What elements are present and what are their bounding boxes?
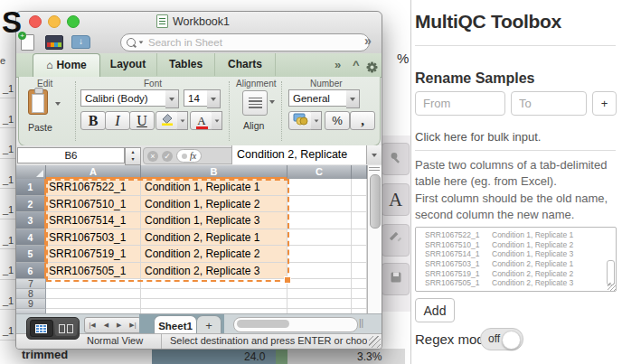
toolbox-tab-highlight[interactable]	[382, 143, 410, 175]
name-box-stepper[interactable]: ▴ ▾	[125, 147, 141, 165]
tab-home[interactable]: ⌂Home	[33, 53, 100, 77]
sheet-tab-sheet1[interactable]: Sheet1	[154, 315, 197, 335]
font-family-select[interactable]: Calibri (Body)	[80, 89, 174, 107]
cell-d3[interactable]	[352, 212, 367, 229]
search-field[interactable]	[120, 33, 370, 51]
cell-c7[interactable]	[287, 279, 352, 289]
last-sheet-icon[interactable]: ▶|	[129, 322, 136, 329]
close-window-button[interactable]	[29, 15, 42, 28]
cell-d8[interactable]	[352, 289, 367, 299]
select-all-corner[interactable]	[16, 165, 46, 179]
font-color-button[interactable]: A	[190, 111, 213, 130]
cell-a5[interactable]: SRR1067519_1	[46, 246, 141, 263]
cell-d6[interactable]	[352, 263, 367, 280]
split-handle[interactable]	[369, 167, 380, 172]
currency-dropdown[interactable]	[311, 111, 322, 130]
cell-b5[interactable]: Condition 2, Replicate 2	[141, 246, 287, 263]
rename-to-input[interactable]	[511, 91, 587, 116]
cell-a7[interactable]	[46, 279, 141, 289]
cell-b2[interactable]: Condition 1, Replicate 2	[141, 196, 287, 213]
number-format-dropdown[interactable]	[346, 89, 360, 108]
cell-a2[interactable]: SRR1067510_1	[46, 196, 141, 213]
zoom-window-button[interactable]	[67, 15, 80, 28]
add-sheet-tab[interactable]: +	[196, 315, 221, 335]
cell-a1[interactable]: SRR1067522_1	[46, 179, 141, 196]
underline-button[interactable]: U	[129, 111, 155, 130]
prev-sheet-icon[interactable]: ◀	[104, 322, 108, 329]
italic-button[interactable]: I	[105, 111, 130, 130]
bold-button[interactable]: B	[80, 111, 106, 130]
cell-d9[interactable]	[352, 299, 367, 309]
window-resize-grip[interactable]	[369, 336, 381, 348]
fill-color-dropdown[interactable]	[177, 111, 188, 130]
cell-d5[interactable]	[352, 246, 367, 263]
next-sheet-icon[interactable]: ▶	[117, 322, 121, 329]
minimize-window-button[interactable]	[48, 15, 61, 28]
cell-b7[interactable]	[141, 279, 287, 289]
toolbox-tab-save[interactable]	[382, 263, 410, 295]
cell-a3[interactable]: SRR1067514_1	[46, 212, 141, 229]
bulk-add-button[interactable]: Add	[415, 298, 455, 322]
toolbar-overflow-button[interactable]: »	[364, 33, 372, 48]
vertical-scroll-thumb[interactable]	[370, 174, 381, 229]
cell-c3[interactable]	[287, 212, 352, 229]
textarea-resize-grip[interactable]	[608, 283, 616, 291]
ribbon-collapse-button[interactable]: ^	[353, 53, 360, 76]
accept-entry-button[interactable]: ✓	[162, 151, 173, 162]
page-layout-view-button[interactable]	[55, 321, 77, 336]
cell-b3[interactable]: Condition 1, Replicate 3	[141, 212, 287, 229]
align-menu-arrow[interactable]	[269, 100, 275, 104]
tab-layout[interactable]: Layout	[99, 53, 157, 76]
number-format-select[interactable]: General	[288, 89, 355, 107]
textarea-scroll-thumb[interactable]	[607, 260, 615, 285]
horizontal-scroll-thumb[interactable]	[237, 320, 289, 328]
cell-c1[interactable]	[287, 179, 352, 196]
font-size-dropdown[interactable]	[207, 89, 221, 108]
cell-a4[interactable]: SRR1067503_1	[46, 229, 141, 247]
cell-a6[interactable]: SRR1067505_1	[46, 263, 141, 280]
cell-c5[interactable]	[287, 246, 352, 263]
cell-c2[interactable]	[287, 196, 352, 213]
column-header-partial[interactable]	[352, 165, 367, 179]
column-header-c[interactable]: C	[287, 165, 352, 179]
font-color-dropdown[interactable]	[212, 111, 222, 130]
cell-c6[interactable]	[287, 263, 352, 280]
name-box[interactable]: B6	[17, 147, 125, 163]
cell-c8[interactable]	[287, 289, 352, 299]
row-number[interactable]: 1	[16, 179, 46, 196]
tab-charts[interactable]: Charts	[215, 53, 276, 76]
search-input[interactable]	[146, 36, 331, 49]
regex-mode-toggle[interactable]: off	[480, 328, 523, 350]
first-sheet-icon[interactable]: |◀	[89, 322, 95, 329]
scrollbar-splitter[interactable]: ||	[359, 318, 363, 328]
cell-c9[interactable]	[287, 299, 352, 309]
currency-button[interactable]	[288, 111, 313, 130]
insert-function-button[interactable]: fx	[176, 149, 202, 163]
cell-a8[interactable]	[46, 289, 141, 299]
paste-menu-arrow[interactable]	[55, 102, 61, 106]
gallery-button[interactable]	[45, 35, 63, 50]
cell-d4[interactable]	[352, 229, 367, 247]
cell-b6[interactable]: Condition 2, Replicate 3	[141, 263, 287, 280]
normal-view-button[interactable]	[30, 320, 53, 337]
cell-b1[interactable]: Condition 1, Replicate 1	[141, 179, 287, 196]
row-number[interactable]: 3	[16, 212, 46, 229]
cell-a9[interactable]	[46, 299, 141, 309]
comma-style-button[interactable]: ,	[350, 111, 375, 130]
vertical-scrollbar[interactable]	[367, 165, 382, 313]
formula-input[interactable]: Condition 2, Replicate	[231, 145, 371, 164]
align-button[interactable]	[242, 90, 268, 116]
cell-c4[interactable]	[287, 229, 352, 247]
row-number[interactable]: 9	[16, 299, 46, 309]
cell-d7[interactable]	[352, 279, 367, 289]
row-number[interactable]: 6	[16, 263, 46, 280]
percent-style-button[interactable]: %	[325, 111, 350, 130]
horizontal-scrollbar[interactable]	[233, 317, 358, 332]
toolbox-tab-hide[interactable]	[382, 224, 410, 257]
cell-d1[interactable]	[352, 179, 367, 196]
formula-dropdown[interactable]	[366, 145, 382, 164]
rename-from-input[interactable]	[415, 91, 505, 116]
toolbox-tab-rename[interactable]: A	[382, 183, 410, 216]
new-workbook-button[interactable]: +	[21, 34, 34, 51]
cell-d2[interactable]	[352, 196, 367, 213]
